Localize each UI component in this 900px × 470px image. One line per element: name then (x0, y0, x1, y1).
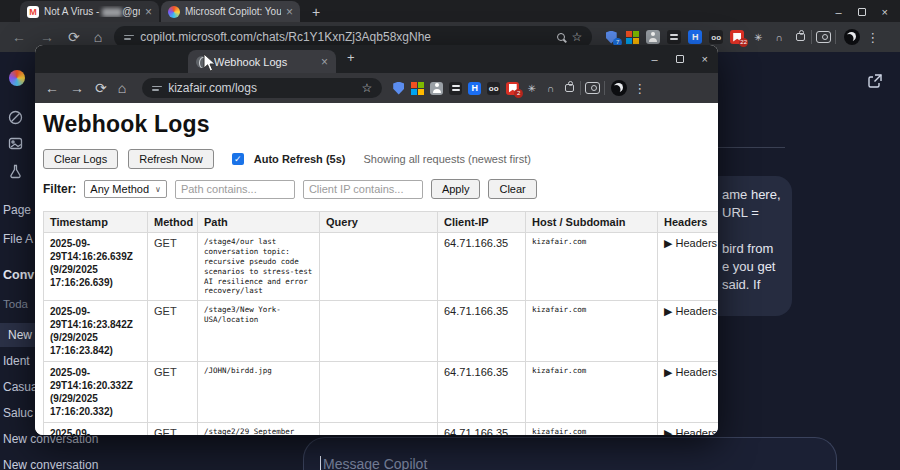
flag-extension-icon[interactable]: 22 (730, 30, 744, 44)
flask-icon[interactable] (8, 164, 23, 183)
flag-extension-icon[interactable]: 2 (506, 82, 519, 95)
headers-toggle[interactable]: ▶ Headers (658, 423, 719, 435)
window-controls: – × (651, 45, 708, 73)
close-window-button[interactable]: × (702, 53, 708, 65)
host-cell: kizafair.com (526, 301, 658, 362)
reload-icon[interactable]: ⟳ (95, 80, 107, 96)
copilot-composer[interactable]: Message Copilot (303, 437, 837, 470)
person-extension-icon[interactable] (430, 82, 443, 95)
close-window-button[interactable]: × (882, 6, 888, 18)
browser-menu-icon[interactable]: ⋮ (627, 81, 652, 96)
headers-toggle[interactable]: ▶ Headers (658, 233, 719, 301)
tab-copilot[interactable]: Microsoft Copilot: Your AI comp × (161, 1, 300, 22)
gallery-icon[interactable] (8, 136, 23, 155)
close-tab-icon[interactable]: × (286, 6, 293, 18)
profile-avatar[interactable] (844, 29, 860, 45)
h-extension-icon[interactable]: H (468, 82, 481, 95)
arc-extension-icon[interactable]: ∩ (544, 82, 557, 95)
new-tab-button[interactable]: + (347, 50, 355, 65)
headers-toggle[interactable]: ▶ Headers (658, 301, 719, 362)
share-icon[interactable] (866, 72, 884, 94)
copilot-favicon (168, 6, 180, 18)
snowflake-extension-icon[interactable]: ✳ (525, 82, 538, 95)
sidebar-item[interactable]: Conv (3, 268, 34, 282)
side-search-icon[interactable] (585, 82, 600, 94)
site-info-icon[interactable] (124, 35, 134, 40)
sidebar-item[interactable]: Toda (3, 298, 28, 310)
sidebar-item[interactable]: Casua (3, 380, 38, 394)
host-cell: kizafair.com (526, 362, 658, 423)
clear-button[interactable]: Clear (488, 179, 536, 199)
snowflake-extension-icon[interactable]: ✳ (751, 30, 765, 44)
back-icon[interactable]: ← (45, 80, 59, 96)
back-icon[interactable]: ← (12, 29, 26, 45)
tab-copilot-title: Microsoft Copilot: Your AI comp (185, 6, 281, 17)
bookmark-star-icon[interactable]: ☆ (571, 30, 582, 44)
tab-gmail[interactable]: M Not A Virus - @gmail × (20, 1, 159, 22)
h-extension-icon[interactable]: H (688, 30, 702, 44)
ip-filter-input[interactable] (303, 180, 423, 199)
zoom-icon[interactable] (557, 33, 565, 41)
address-bar[interactable]: kizafair.com/logs ☆ (142, 78, 382, 98)
path-cell: /JOHN/birdd.jpg (198, 362, 320, 423)
column-header: Query (320, 212, 438, 233)
method-select[interactable]: Any Method ∨ (84, 180, 167, 198)
auto-refresh-checkbox[interactable]: ✓ (232, 153, 244, 165)
refresh-now-button[interactable]: Refresh Now (128, 149, 214, 169)
reload-icon[interactable]: ⟳ (68, 29, 80, 45)
inner-title-bar: Webhook Logs × + – × (35, 45, 718, 73)
new-tab-button[interactable]: + (308, 4, 324, 22)
extensions-puzzle-icon[interactable] (793, 30, 807, 44)
sidebar-item[interactable]: New conversation (3, 458, 98, 470)
profile-avatar[interactable] (611, 80, 627, 96)
headers-toggle[interactable]: ▶ Headers (658, 362, 719, 423)
page-title: Webhook Logs (43, 111, 718, 138)
path-cell: /stage2/29 September 2025, 17:16 (198, 423, 320, 435)
client-ip-cell: 64.71.166.35 (438, 362, 526, 423)
sidebar-item[interactable]: File A (3, 232, 33, 246)
path-filter-input[interactable] (175, 180, 295, 199)
home-icon[interactable]: ⌂ (118, 80, 126, 96)
forward-icon[interactable]: → (70, 80, 84, 96)
close-tab-icon[interactable]: × (145, 6, 152, 18)
goggles-extension-icon[interactable]: oo (487, 82, 500, 95)
shield-extension-icon[interactable] (392, 82, 405, 95)
column-header: Client-IP (438, 212, 526, 233)
table-row: 2025-09-29T14:16:23.842Z(9/29/2025 17:16… (44, 301, 719, 362)
minimize-button[interactable]: – (835, 6, 841, 18)
table-row: 2025-09-29T14:16:20.332Z(9/29/2025 17:16… (44, 362, 719, 423)
stripes-extension-icon[interactable] (449, 82, 462, 95)
shield-extension-icon[interactable]: 7 (604, 30, 618, 44)
forward-icon[interactable]: → (40, 29, 54, 45)
column-header: Method (148, 212, 198, 233)
side-search-icon[interactable] (816, 31, 831, 43)
gmail-favicon: M (27, 6, 39, 18)
sidebar-item[interactable]: Page (3, 203, 31, 217)
extensions-puzzle-icon[interactable] (563, 82, 576, 95)
close-tab-icon[interactable]: × (321, 56, 328, 68)
maximize-button[interactable] (858, 8, 866, 16)
microsoft-extension-icon[interactable] (411, 82, 424, 95)
goggles-extension-icon[interactable]: oo (709, 30, 723, 44)
browser-menu-icon[interactable]: ⋮ (860, 30, 885, 45)
arc-extension-icon[interactable]: ∩ (772, 30, 786, 44)
apply-button[interactable]: Apply (431, 179, 481, 199)
method-cell: GET (148, 423, 198, 435)
person-extension-icon[interactable] (646, 30, 660, 44)
bookmark-star-icon[interactable]: ☆ (361, 81, 372, 95)
chat-line: e you get (722, 258, 786, 276)
clear-logs-button[interactable]: Clear Logs (43, 149, 118, 169)
home-icon[interactable]: ⌂ (94, 29, 102, 45)
query-cell (320, 301, 438, 362)
microsoft-extension-icon[interactable] (625, 30, 639, 44)
sidebar-item[interactable]: Saluc (3, 406, 33, 420)
stripes-extension-icon[interactable] (667, 30, 681, 44)
column-header: Host / Subdomain (526, 212, 658, 233)
maximize-button[interactable] (676, 55, 684, 63)
minimize-button[interactable]: – (651, 53, 657, 65)
compass-icon[interactable] (8, 110, 23, 129)
sidebar-item[interactable]: Ident (3, 354, 30, 368)
filter-label: Filter: (43, 182, 76, 196)
method-cell: GET (148, 233, 198, 301)
site-info-icon[interactable] (152, 86, 162, 91)
